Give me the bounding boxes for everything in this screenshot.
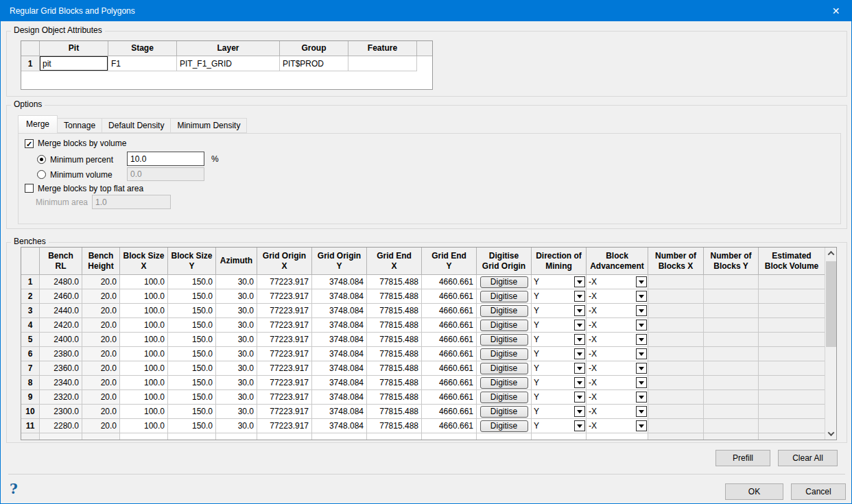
cell-azimuth[interactable]: 30.0 (216, 419, 257, 433)
cell-number-of-blocks-x[interactable] (648, 304, 704, 318)
cell-grid-end-x[interactable]: 77815.488 (367, 289, 422, 304)
digitise-button[interactable]: Digitise (480, 334, 528, 346)
minimum-percent-label[interactable]: Minimum percent (50, 155, 113, 165)
cell-number-of-blocks-x[interactable] (648, 376, 704, 390)
cell-stage[interactable]: F1 (108, 56, 177, 71)
cell-estimated-block-volume[interactable] (759, 405, 825, 419)
direction-of-mining-dropdown[interactable] (574, 363, 585, 374)
row-number[interactable]: 5 (21, 333, 40, 347)
block-advancement-dropdown[interactable] (636, 291, 647, 302)
ok-button[interactable]: OK (725, 483, 783, 500)
block-advancement-dropdown[interactable] (636, 406, 647, 417)
digitise-button[interactable]: Digitise (480, 392, 528, 403)
cell-bench-rl[interactable]: 2300.0 (40, 405, 82, 419)
close-button[interactable]: ✕ (820, 1, 851, 21)
direction-of-mining-dropdown[interactable] (574, 334, 585, 345)
cell-estimated-block-volume[interactable] (759, 347, 825, 361)
cell-feature[interactable] (348, 56, 417, 71)
cell-grid-end-y[interactable]: 4660.661 (422, 289, 477, 304)
cell-block-size-x[interactable]: 100.0 (120, 405, 168, 419)
cell-grid-end-y[interactable]: 4660.661 (422, 333, 477, 347)
cell-number-of-blocks-x[interactable] (648, 419, 704, 433)
block-advancement-dropdown[interactable] (636, 420, 647, 431)
cell-bench-height[interactable]: 20.0 (82, 304, 120, 318)
row-number[interactable]: 9 (21, 390, 40, 405)
cell-azimuth[interactable] (216, 433, 257, 440)
cell-estimated-block-volume[interactable] (759, 318, 825, 333)
cell-grid-origin-y[interactable] (312, 433, 367, 440)
minimum-percent-input[interactable]: 10.0 (127, 152, 204, 166)
cell-number-of-blocks-x[interactable] (648, 318, 704, 333)
cell-grid-origin-y[interactable]: 3748.084 (312, 390, 367, 405)
row-number[interactable]: 8 (21, 376, 40, 390)
cell-number-of-blocks-y[interactable] (704, 361, 759, 376)
tab-minimum-density[interactable]: Minimum Density (171, 118, 247, 133)
cell-block-size-y[interactable]: 150.0 (168, 318, 216, 333)
cell-estimated-block-volume[interactable] (759, 304, 825, 318)
cell-block-size-y[interactable]: 150.0 (168, 289, 216, 304)
block-advancement-dropdown[interactable] (636, 320, 647, 331)
digitise-button[interactable]: Digitise (480, 377, 528, 389)
cell-azimuth[interactable]: 30.0 (216, 318, 257, 333)
cell-number-of-blocks-x[interactable] (648, 390, 704, 405)
cell-grid-end-y[interactable]: 4660.661 (422, 275, 477, 289)
cell-number-of-blocks-x[interactable] (648, 433, 704, 440)
cell-bench-height[interactable]: 20.0 (82, 390, 120, 405)
cell-number-of-blocks-x[interactable] (648, 275, 704, 289)
cell-layer[interactable]: PIT_F1_GRID (177, 56, 280, 71)
row-number[interactable]: 10 (21, 405, 40, 419)
digitise-button[interactable]: Digitise (480, 348, 528, 360)
tab-default-density[interactable]: Default Density (102, 118, 171, 133)
digitise-button[interactable]: Digitise (480, 320, 528, 331)
cell-bench-rl[interactable]: 2420.0 (40, 318, 82, 333)
cell-estimated-block-volume[interactable] (759, 376, 825, 390)
cell-grid-origin-x[interactable]: 77223.917 (257, 390, 312, 405)
cell-number-of-blocks-y[interactable] (704, 433, 759, 440)
cell-grid-origin-y[interactable]: 3748.084 (312, 333, 367, 347)
cell-block-size-x[interactable]: 100.0 (120, 376, 168, 390)
cell-grid-end-y[interactable]: 4660.661 (422, 376, 477, 390)
cell-bench-rl[interactable]: 2400.0 (40, 333, 82, 347)
digitise-button[interactable]: Digitise (480, 363, 528, 374)
cell-grid-end-y[interactable]: 4660.661 (422, 390, 477, 405)
row-number[interactable]: 1 (21, 56, 40, 71)
cell-azimuth[interactable]: 30.0 (216, 390, 257, 405)
cell-grid-origin-x[interactable]: 77223.917 (257, 304, 312, 318)
row-number[interactable] (21, 433, 40, 440)
digitise-button[interactable]: Digitise (480, 291, 528, 302)
cell-block-size-y[interactable]: 150.0 (168, 419, 216, 433)
cell-estimated-block-volume[interactable] (759, 433, 825, 440)
cell-pit[interactable]: pit (40, 56, 108, 71)
benches-vertical-scrollbar[interactable] (825, 248, 836, 440)
row-number[interactable]: 7 (21, 361, 40, 376)
cell-grid-origin-x[interactable]: 77223.917 (257, 275, 312, 289)
cell-bench-height[interactable]: 20.0 (82, 318, 120, 333)
scroll-down-button[interactable] (825, 428, 837, 440)
help-button[interactable]: ? (10, 481, 18, 497)
cell-bench-height[interactable]: 20.0 (82, 275, 120, 289)
minimum-volume-radio[interactable] (37, 170, 46, 179)
cell-block-size-y[interactable]: 150.0 (168, 275, 216, 289)
row-number[interactable]: 4 (21, 318, 40, 333)
cell-block-size-x[interactable]: 100.0 (120, 318, 168, 333)
cell-bench-height[interactable]: 20.0 (82, 419, 120, 433)
cell-estimated-block-volume[interactable] (759, 289, 825, 304)
cell-number-of-blocks-y[interactable] (704, 275, 759, 289)
cell-bench-rl[interactable] (40, 433, 82, 440)
block-advancement-dropdown[interactable] (636, 348, 647, 359)
scrollbar-thumb[interactable] (826, 261, 836, 347)
minimum-volume-label[interactable]: Minimum volume (50, 170, 113, 180)
direction-of-mining-dropdown[interactable] (574, 406, 585, 417)
cell-grid-end-y[interactable]: 4660.661 (422, 304, 477, 318)
cell-grid-end-x[interactable]: 77815.488 (367, 318, 422, 333)
cell-block-size-x[interactable]: 100.0 (120, 347, 168, 361)
cell-grid-end-x[interactable]: 77815.488 (367, 419, 422, 433)
cell-number-of-blocks-y[interactable] (704, 304, 759, 318)
cell-grid-origin-x[interactable]: 77223.917 (257, 318, 312, 333)
merge-by-volume-label[interactable]: Merge blocks by volume (38, 139, 126, 148)
cell-grid-end-x[interactable]: 77815.488 (367, 390, 422, 405)
cell-azimuth[interactable]: 30.0 (216, 289, 257, 304)
cell-bench-height[interactable] (82, 433, 120, 440)
cell-grid-end-y[interactable] (422, 433, 477, 440)
cell-group[interactable]: PIT$PROD (280, 56, 348, 71)
